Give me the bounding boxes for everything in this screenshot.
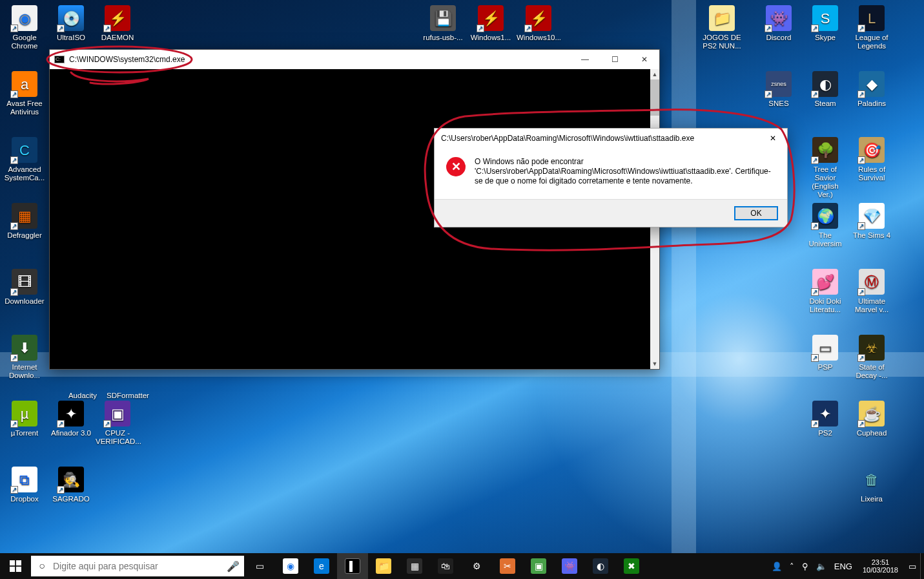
taskbar-xbox-button[interactable]: ✖ (616, 553, 647, 579)
taskbar-chrome-button[interactable]: ◉ (275, 553, 306, 579)
desktop-icon[interactable]: µ↗µTorrent (3, 401, 46, 437)
desktop-icon-label: Tree of Savior (English Ver.) (803, 165, 847, 199)
taskbar-calculator-button[interactable]: ▦ (399, 553, 430, 579)
show-desktop-button[interactable] (920, 553, 924, 579)
taskbar-discord-button[interactable]: 👾 (554, 553, 585, 579)
taskbar-edge-button[interactable]: e (306, 553, 337, 579)
taskbar-hw-button[interactable]: ▣ (523, 553, 554, 579)
action-center-button[interactable]: ▭ (905, 562, 920, 571)
desktop-icon[interactable]: ⚡↗Windows1... (469, 5, 513, 42)
shortcut-arrow-icon: ↗ (857, 354, 865, 362)
taskview-button[interactable]: ▭ (244, 553, 275, 579)
dialog-titlebar[interactable]: C:\Users\rober\AppData\Roaming\Microsoft… (435, 129, 787, 148)
mic-icon[interactable]: 🎤 (222, 560, 244, 573)
desktop-icon-label: PSP (803, 363, 847, 372)
desktop-icon[interactable]: ▦↗Defraggler (3, 203, 46, 240)
desktop-icon-label: The Universim (803, 231, 847, 248)
clock[interactable]: 23:51 10/03/2018 (856, 558, 905, 574)
tray-people-icon[interactable]: 👤 (768, 562, 786, 571)
desktop-icon[interactable]: L↗League of Legends (850, 5, 894, 50)
desktop-icon[interactable]: zsnes↗SNES (757, 71, 801, 108)
app-icon: ☕↗ (859, 401, 885, 426)
desktop-icon-label: Doki Doki Literatu... (803, 297, 847, 314)
search-input[interactable] (53, 561, 222, 571)
desktop-icon[interactable]: a↗Avast Free Antivirus (3, 71, 46, 116)
cmd-titlebar[interactable]: C: C:\WINDOWS\system32\cmd.exe — ☐ ✕ (50, 50, 659, 69)
settings-icon: ⚙ (469, 558, 484, 574)
shortcut-arrow-icon: ↗ (10, 486, 18, 494)
desktop-icon[interactable]: ◆↗Paladins (850, 71, 894, 108)
desktop-icon[interactable]: 🎞↗Downloader (3, 269, 46, 306)
desktop-icon[interactable]: ✦↗Afinador 3.0 (49, 401, 93, 437)
desktop-icon[interactable]: ◉↗Google Chrome (3, 5, 46, 50)
desktop-icon[interactable]: C↗Advanced SystemCa... (3, 137, 46, 182)
dialog-ok-button[interactable]: OK (734, 206, 778, 220)
desktop-icon[interactable]: ▣↗CPUZ - VERIFICAD... (96, 401, 139, 446)
start-button[interactable] (0, 553, 31, 579)
taskbar-cmd-button[interactable]: ▌ (337, 553, 368, 579)
desktop-icon-label: Cuphead (850, 429, 894, 437)
explorer-icon: 📁 (376, 558, 391, 574)
app-icon: 🎯↗ (859, 137, 885, 163)
app-icon: 🎞↗ (12, 269, 37, 295)
desktop-icon[interactable]: 🌍↗The Universim (803, 203, 847, 248)
desktop-icon[interactable]: ☕↗Cuphead (850, 401, 894, 437)
shortcut-arrow-icon: ↗ (811, 222, 819, 230)
app-icon: 🌍↗ (812, 203, 838, 229)
taskbar-settings-button[interactable]: ⚙ (461, 553, 492, 579)
desktop-icon-label: Downloader (3, 297, 46, 306)
taskbar-store-button[interactable]: 🛍 (430, 553, 461, 579)
desktop-icon-label: Skype (803, 34, 847, 42)
tray-vol-icon[interactable]: 🔈 (812, 562, 830, 571)
input-language[interactable]: ENG (830, 562, 856, 571)
dialog-close-button[interactable]: ✕ (760, 129, 786, 147)
taskbar-explorer-button[interactable]: 📁 (368, 553, 399, 579)
shortcut-arrow-icon: ↗ (524, 25, 532, 32)
taskbar-snip-button[interactable]: ✂ (492, 553, 523, 579)
cmd-maximize-button[interactable]: ☐ (600, 50, 630, 69)
taskbar-steam-button[interactable]: ◐ (585, 553, 616, 579)
desktop-icon[interactable]: 📁JOGOS DE PS2 NUN... (700, 5, 744, 50)
desktop-icon[interactable]: ◐↗Steam (803, 71, 847, 108)
desktop-icon[interactable]: ✦↗PS2 (803, 401, 847, 437)
tray-net-icon[interactable]: ⚲ (798, 562, 812, 571)
desktop-icon[interactable]: ⬇↗Internet Downlo... (3, 335, 46, 380)
discord-icon: 👾 (562, 558, 577, 574)
desktop-icon[interactable]: 🌳↗Tree of Savior (English Ver.) (803, 137, 847, 199)
steam-icon: ◐ (593, 558, 608, 574)
scroll-up-button[interactable]: ▲ (650, 69, 659, 79)
app-icon: ◆↗ (859, 71, 885, 97)
cmd-minimize-button[interactable]: — (570, 50, 600, 69)
desktop-icon[interactable]: 💎↗The Sims 4 (850, 203, 894, 240)
app-icon: ⚡↗ (105, 5, 130, 31)
scroll-thumb[interactable] (650, 79, 659, 116)
app-icon: a↗ (12, 71, 37, 97)
desktop-icon[interactable]: 💿↗UltraISO (49, 5, 93, 42)
desktop-icon[interactable]: 💾rufus-usb-... (421, 5, 465, 42)
error-dialog[interactable]: C:\Users\rober\AppData\Roaming\Microsoft… (434, 128, 788, 227)
desktop-icon[interactable]: S↗Skype (803, 5, 847, 42)
desktop-icon[interactable]: 🕵↗SAGRADO (49, 467, 93, 503)
desktop-icon[interactable]: ▭↗PSP (803, 335, 847, 372)
desktop-icon[interactable]: 👾↗Discord (757, 5, 801, 42)
desktop-icon-label: Discord (757, 34, 801, 42)
desktop-icon[interactable]: ☣↗State of Decay -... (850, 335, 894, 380)
desktop-icon[interactable]: Ⓜ↗Ultimate Marvel v... (850, 269, 894, 314)
shortcut-arrow-icon: ↗ (765, 25, 772, 32)
app-icon: ▦↗ (12, 203, 37, 229)
app-icon: ✦↗ (58, 401, 84, 426)
desktop-icon[interactable]: ⚡↗DAEMON (96, 5, 139, 42)
tray-chev-icon[interactable]: ˄ (786, 562, 798, 571)
desktop-icon[interactable]: 💕↗Doki Doki Literatu... (803, 269, 847, 314)
app-icon: ▭↗ (812, 335, 838, 361)
desktop-icon[interactable]: ⚡↗Windows10... (517, 5, 560, 42)
desktop-icon[interactable]: ⧉↗Dropbox (3, 467, 46, 503)
desktop-icon[interactable]: 🗑Lixeira (850, 467, 894, 503)
cmd-close-button[interactable]: ✕ (630, 50, 659, 69)
scroll-down-button[interactable]: ▼ (650, 359, 659, 369)
app-icon: ☣↗ (859, 335, 885, 361)
desktop-icon-label: Afinador 3.0 (49, 429, 93, 437)
desktop-icon[interactable]: 🎯↗Rules of Survival (850, 137, 894, 182)
shortcut-arrow-icon: ↗ (857, 222, 865, 230)
search-box[interactable]: ○ 🎤 (31, 556, 244, 576)
